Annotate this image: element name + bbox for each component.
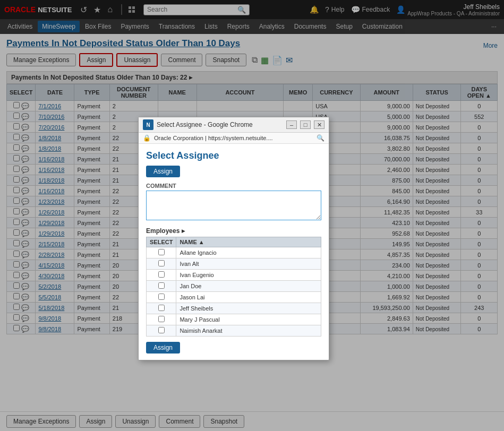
employee-checkbox[interactable] — [158, 327, 165, 333]
modal-employees-table: SELECT NAME ▲ Ailane Ignacio Ivan Alt Iv… — [146, 237, 321, 337]
employee-name: Jason Lai — [176, 292, 321, 303]
modal-employee-row: Ivan Eugenio — [147, 270, 321, 281]
modal-addressbar: 🔒 Oracle Corporation | https://system.ne… — [139, 133, 329, 144]
employee-name: Jeff Sheibels — [176, 303, 321, 314]
employee-name: Ailane Ignacio — [176, 247, 321, 258]
employee-checkbox[interactable] — [158, 249, 165, 255]
employee-name: Naimish Anarkat — [176, 325, 321, 337]
modal-window: N Select Assignee - Google Chrome – □ ✕ … — [138, 117, 329, 360]
modal-assign-top-button[interactable]: Assign — [146, 166, 180, 177]
employee-checkbox[interactable] — [158, 316, 165, 322]
modal-employee-row: Jan Doe — [147, 281, 321, 292]
employee-name: Mary J Pascual — [176, 314, 321, 325]
employee-name: Ivan Alt — [176, 258, 321, 270]
modal-employee-row: Mary J Pascual — [147, 314, 321, 325]
employee-checkbox[interactable] — [158, 305, 165, 311]
employee-checkbox[interactable] — [158, 260, 165, 266]
modal-heading: Select Assignee — [146, 150, 321, 161]
modal-employee-row: Ailane Ignacio — [147, 247, 321, 258]
modal-titlebar: N Select Assignee - Google Chrome – □ ✕ — [139, 117, 329, 133]
modal-assign-bottom-button[interactable]: Assign — [146, 342, 180, 354]
modal-body: Select Assignee Assign COMMENT Employees… — [139, 144, 329, 360]
employee-name: Ivan Eugenio — [176, 270, 321, 281]
modal-col-select: SELECT — [147, 237, 176, 247]
modal-employee-row: Ivan Alt — [147, 258, 321, 270]
modal-overlay: N Select Assignee - Google Chrome – □ ✕ … — [0, 0, 504, 431]
employee-checkbox[interactable] — [158, 271, 165, 278]
modal-url: Oracle Corporation | https://system.nets… — [154, 135, 313, 141]
modal-lock-icon: 🔒 — [143, 134, 151, 142]
modal-maximize-button[interactable]: □ — [300, 120, 311, 129]
modal-employees-header: Employees ▸ — [146, 227, 321, 235]
modal-close-button[interactable]: ✕ — [314, 120, 324, 129]
employee-checkbox[interactable] — [158, 294, 165, 300]
employee-checkbox[interactable] — [158, 282, 165, 289]
modal-employee-row: Naimish Anarkat — [147, 325, 321, 337]
modal-search-icon[interactable]: 🔍 — [317, 134, 324, 142]
modal-title-text: Select Assignee - Google Chrome — [157, 121, 283, 128]
modal-employee-row: Jason Lai — [147, 292, 321, 303]
modal-minimize-button[interactable]: – — [286, 120, 297, 129]
employee-name: Jan Doe — [176, 281, 321, 292]
modal-employee-row: Jeff Sheibels — [147, 303, 321, 314]
modal-col-name: NAME ▲ — [176, 237, 321, 247]
modal-comment-textarea[interactable] — [146, 191, 321, 220]
modal-browser-icon: N — [143, 119, 153, 130]
modal-comment-label: COMMENT — [146, 183, 321, 189]
